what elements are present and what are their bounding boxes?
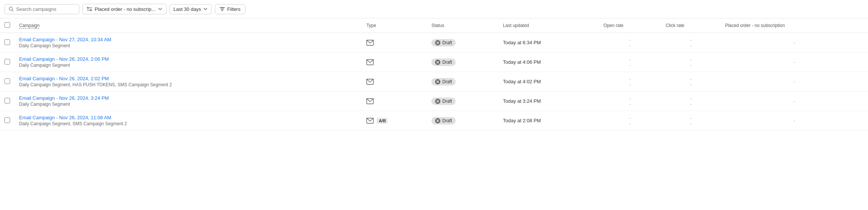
click-rate-value: - [666,115,716,121]
click-rate-value2: - [666,62,716,68]
row-select-checkbox[interactable] [4,39,10,45]
svg-line-1 [12,10,13,11]
type-cell [362,92,427,111]
click-rate-value2: - [666,82,716,87]
open-rate-cell: -- [599,111,661,130]
type-cell: A/B [362,111,427,130]
placed-order-cell: - [721,92,868,111]
table-row: Email Campaign - Nov 26, 2024, 2:02 PMDa… [0,72,868,92]
placed-order-cell: - [721,72,868,92]
svg-point-3 [91,10,92,11]
email-icon [366,79,374,85]
status-label: Draft [442,79,452,84]
click-rate-value: - [666,57,716,62]
last-updated-cell: Today at 2:08 PM [498,111,599,130]
search-input[interactable] [16,6,75,12]
click-rate-value: - [666,76,716,82]
click-rate-value: - [666,96,716,101]
last-updated-cell: Today at 4:06 PM [498,52,599,72]
click-rate-cell: -- [661,72,721,92]
email-icon [366,40,374,46]
column-header-click-rate: Click rate [661,18,721,33]
row-select-checkbox[interactable] [4,78,10,84]
status-badge: Draft [431,39,456,46]
column-header-placed-order: Placed order - no subscription [721,18,868,33]
chevron-down-icon [158,7,162,11]
row-checkbox-cell [0,52,15,72]
row-checkbox-cell [0,111,15,130]
campaign-name-link[interactable]: Email Campaign - Nov 26, 2024, 2:02 PM [19,76,357,81]
filters-label: Filters [227,6,240,12]
open-rate-value2: - [603,43,657,48]
row-select-checkbox[interactable] [4,117,10,123]
table-row: Email Campaign - Nov 27, 2024, 10:34 AMD… [0,33,868,52]
column-header-open-rate: Open rate [599,18,661,33]
status-badge: Draft [431,117,456,124]
campaign-name-link[interactable]: Email Campaign - Nov 26, 2024, 3:24 PM [19,95,357,101]
campaign-header-label: Campaign [19,23,40,28]
status-badge: Draft [431,78,456,86]
segment-filter-icon [86,6,92,12]
status-badge: Draft [431,98,456,105]
click-rate-value2: - [666,43,716,48]
open-rate-value: - [603,37,657,43]
campaign-name-link[interactable]: Email Campaign - Nov 27, 2024, 10:34 AM [19,37,357,42]
draft-status-icon [435,99,440,104]
campaign-cell: Email Campaign - Nov 27, 2024, 10:34 AMD… [15,33,362,52]
ab-badge: A/B [377,118,388,124]
segment-filter-button[interactable]: Placed order - no subscrip... [82,4,166,14]
draft-status-icon [435,79,440,84]
campaign-segment: Daily Campaign Segment, HAS PUSH TOKENS,… [19,82,357,87]
placed-order-cell: - [721,111,868,130]
campaigns-table-container: Campaign Type Status Last updated Open r… [0,18,868,130]
row-checkbox-cell [0,72,15,92]
open-rate-value: - [603,115,657,121]
campaign-cell: Email Campaign - Nov 26, 2024, 11:08 AMD… [15,111,362,130]
search-wrapper [4,4,79,14]
column-header-last-updated: Last updated [498,18,599,33]
status-label: Draft [442,99,452,104]
placed-order-cell: - [721,33,868,52]
table-row: Email Campaign - Nov 26, 2024, 3:24 PMDa… [0,92,868,111]
row-select-checkbox[interactable] [4,98,10,104]
status-cell: Draft [427,92,498,111]
click-rate-value2: - [666,101,716,107]
open-rate-value: - [603,57,657,62]
filter-icon [220,6,225,12]
campaign-cell: Email Campaign - Nov 26, 2024, 3:24 PMDa… [15,92,362,111]
row-select-checkbox[interactable] [4,59,10,64]
status-label: Draft [442,118,452,123]
open-rate-value2: - [603,101,657,107]
click-rate-value2: - [666,121,716,126]
select-all-header [0,18,15,33]
campaign-cell: Email Campaign - Nov 26, 2024, 2:06 PMDa… [15,52,362,72]
draft-status-icon [435,40,440,45]
type-cell [362,33,427,52]
click-rate-cell: -- [661,33,721,52]
status-cell: Draft [427,52,498,72]
click-rate-cell: -- [661,52,721,72]
open-rate-value2: - [603,62,657,68]
date-filter-label: Last 30 days [174,6,201,12]
click-rate-cell: -- [661,111,721,130]
row-checkbox-cell [0,92,15,111]
campaign-name-link[interactable]: Email Campaign - Nov 26, 2024, 2:06 PM [19,56,357,62]
filters-button[interactable]: Filters [215,4,245,14]
campaign-name-link[interactable]: Email Campaign - Nov 26, 2024, 11:08 AM [19,115,357,120]
campaigns-table: Campaign Type Status Last updated Open r… [0,18,868,130]
table-row: Email Campaign - Nov 26, 2024, 11:08 AMD… [0,111,868,130]
email-icon [366,118,374,124]
select-all-checkbox[interactable] [4,22,10,28]
date-filter-button[interactable]: Last 30 days [169,4,212,14]
segment-filter-label: Placed order - no subscrip... [95,6,156,12]
campaign-segment: Daily Campaign Segment [19,43,357,48]
status-label: Draft [442,40,452,45]
last-updated-cell: Today at 6:34 PM [498,33,599,52]
open-rate-value2: - [603,121,657,126]
draft-status-icon [435,60,440,65]
type-cell [362,72,427,92]
open-rate-value: - [603,96,657,101]
campaign-cell: Email Campaign - Nov 26, 2024, 2:02 PMDa… [15,72,362,92]
placed-order-cell: - [721,52,868,72]
campaign-segment: Daily Campaign Segment [19,63,357,68]
